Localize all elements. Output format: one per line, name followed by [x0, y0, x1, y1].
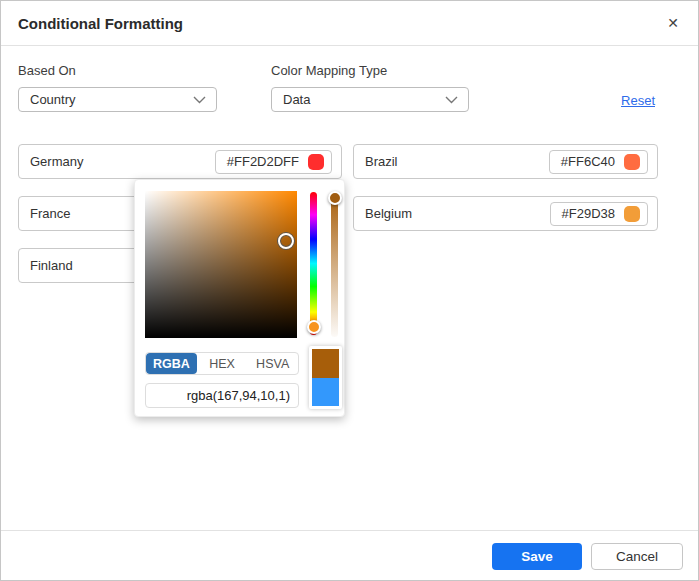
country-row-germany: Germany #FF2D2DFF	[18, 144, 342, 179]
color-swatch[interactable]	[624, 206, 640, 222]
opacity-slider-handle[interactable]	[328, 191, 342, 205]
chevron-down-icon	[193, 96, 206, 104]
color-hex-value: #F29D38	[562, 206, 615, 221]
based-on-label: Based On	[18, 63, 76, 78]
hue-slider[interactable]	[310, 192, 317, 335]
tab-hsva[interactable]: HSVA	[247, 353, 298, 374]
hue-slider-handle[interactable]	[307, 320, 321, 334]
country-name: Belgium	[354, 206, 412, 221]
color-preview-panel	[309, 346, 342, 409]
color-field-brazil[interactable]: #FF6C40	[549, 150, 648, 174]
country-row-brazil: Brazil #FF6C40	[353, 144, 658, 179]
color-mapping-type-dropdown[interactable]: Data	[271, 87, 469, 112]
tab-rgba[interactable]: RGBA	[146, 353, 197, 374]
country-name: Brazil	[354, 154, 398, 169]
country-name: Germany	[19, 154, 83, 169]
color-mode-tabs: RGBA HEX HSVA	[145, 352, 299, 375]
color-mapping-type-label: Color Mapping Type	[271, 63, 387, 78]
dialog-footer: Save Cancel	[1, 530, 698, 580]
country-row-belgium: Belgium #F29D38	[353, 196, 658, 231]
dialog-title: Conditional Formatting	[18, 15, 183, 32]
previous-color-tile[interactable]	[312, 378, 339, 406]
color-hex-value: #FF2D2DFF	[227, 154, 299, 169]
reset-link[interactable]: Reset	[621, 93, 655, 108]
chevron-down-icon	[445, 96, 458, 104]
color-field-belgium[interactable]: #F29D38	[550, 202, 648, 226]
opacity-slider[interactable]	[331, 192, 338, 337]
saturation-value-area[interactable]	[145, 191, 297, 338]
color-picker-popup: RGBA HEX HSVA	[134, 179, 345, 417]
mapping-type-selected-value: Data	[283, 92, 310, 107]
current-color-tile[interactable]	[312, 349, 339, 378]
dialog-header: Conditional Formatting ✕	[1, 1, 698, 46]
country-name: France	[19, 206, 70, 221]
saturation-handle[interactable]	[278, 233, 294, 249]
country-name: Finland	[19, 258, 73, 273]
cancel-button[interactable]: Cancel	[591, 543, 683, 570]
conditional-formatting-dialog: Conditional Formatting ✕ Based On Color …	[0, 0, 699, 581]
based-on-selected-value: Country	[30, 92, 76, 107]
color-swatch[interactable]	[624, 154, 640, 170]
close-icon[interactable]: ✕	[663, 13, 683, 33]
based-on-dropdown[interactable]: Country	[18, 87, 217, 112]
tab-hex[interactable]: HEX	[197, 353, 248, 374]
save-button[interactable]: Save	[492, 543, 582, 570]
color-value-input[interactable]	[145, 383, 299, 408]
color-swatch[interactable]	[308, 154, 324, 170]
color-hex-value: #FF6C40	[561, 154, 615, 169]
color-field-germany[interactable]: #FF2D2DFF	[215, 150, 332, 174]
